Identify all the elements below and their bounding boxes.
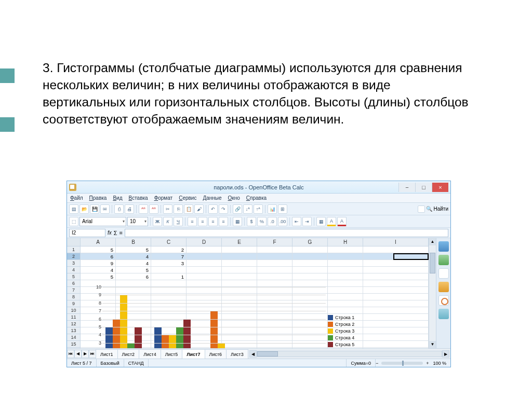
scroll-down-icon[interactable]: ▼ [429,341,436,348]
cell[interactable] [222,280,257,286]
sheet-tab[interactable]: Лист6 [205,349,227,359]
merge-icon[interactable]: ▦ [233,217,242,226]
col-header-F[interactable]: F [257,238,292,246]
cell[interactable]: 5 [116,267,151,273]
cell[interactable] [222,267,257,273]
chart-bar[interactable] [154,327,162,348]
align-right-icon[interactable]: ≡ [208,217,218,226]
italic-button[interactable]: К [163,217,172,226]
sort-asc-icon[interactable]: ↓ᴬ [243,204,252,214]
formula-input[interactable] [125,229,448,237]
horizontal-scrollbar[interactable]: ◀ ▶ [248,350,450,358]
print-icon[interactable]: 🖨 [125,204,134,214]
spell-auto-icon[interactable]: ᴬᴮ [149,204,158,214]
cell[interactable] [257,253,292,259]
cell[interactable] [292,280,328,286]
decimal-add-icon[interactable]: .0 [268,217,277,226]
cell[interactable] [363,334,429,340]
cell[interactable] [328,280,363,286]
cell[interactable] [328,253,363,259]
fx-button[interactable]: fx [108,230,112,236]
row-header[interactable]: 11 [67,314,81,321]
cell[interactable]: 6 [116,273,151,280]
cell[interactable] [187,267,222,273]
chart-bar[interactable] [127,343,135,348]
bold-button[interactable]: Ж [153,217,162,226]
currency-icon[interactable]: $ [247,217,256,226]
sidebar-properties-icon[interactable] [438,241,449,252]
embedded-bar-chart[interactable]: 012345678910 3 Строка 1Строка 2Строка 3С… [102,287,373,348]
cell[interactable] [363,280,429,286]
cell[interactable] [363,246,429,253]
cell[interactable] [363,267,429,273]
col-header-H[interactable]: H [328,238,363,246]
cell[interactable] [363,307,429,313]
chart-bar[interactable] [176,327,183,348]
cell[interactable] [116,280,151,286]
cell[interactable] [222,253,257,259]
chart-bar[interactable] [183,319,191,348]
border-icon[interactable]: ▦ [316,217,326,226]
row-header[interactable]: 7 [67,287,81,294]
row-header[interactable]: 3 [67,260,81,267]
cell[interactable] [363,260,429,266]
col-header-A[interactable]: A [81,238,116,246]
brush-icon[interactable]: 🖌 [194,204,204,214]
select-all-corner[interactable] [67,238,81,246]
save-icon[interactable]: 💾 [90,204,99,214]
sidebar-gallery-icon[interactable] [438,268,449,279]
cell[interactable] [363,294,429,300]
cell[interactable] [257,267,292,273]
cell[interactable] [292,253,328,259]
cell[interactable] [363,314,429,320]
find-label[interactable]: Найти [433,206,448,212]
row-header[interactable]: 5 [67,273,81,280]
sheet-tab[interactable]: Лист3 [226,349,248,359]
table-row[interactable]: 552 [81,246,429,253]
cell[interactable]: 6 [81,253,116,259]
sheet-tab[interactable]: Лист4 [139,349,161,359]
col-header-G[interactable]: G [292,238,328,246]
cell[interactable] [257,280,292,286]
cell[interactable] [222,260,257,266]
chart-bar[interactable] [135,327,142,348]
menu-Вставка[interactable]: Вставка [128,195,148,201]
menu-Сервис[interactable]: Сервис [179,195,196,201]
cell[interactable]: 4 [116,253,151,259]
cell[interactable] [187,246,222,253]
close-button[interactable]: × [432,183,448,192]
cell[interactable]: 5 [81,246,116,253]
new-icon[interactable]: ▤ [69,204,78,214]
vertical-scrollbar[interactable]: ▲ ▼ [429,238,436,348]
sheet-tab[interactable]: Лист2 [117,349,140,359]
titlebar[interactable]: пароли.ods - OpenOffice Beta Calc − □ × [67,181,450,194]
cell-reference-input[interactable]: I2 [69,229,105,237]
scroll-up-icon[interactable]: ▲ [429,238,436,245]
fontcolor-icon[interactable]: A [337,217,347,226]
link-icon[interactable]: 🔗 [233,204,242,214]
navigator-icon[interactable]: ⊞ [278,204,287,214]
cell[interactable]: 5 [81,273,116,280]
hscroll-thumb[interactable] [257,351,278,356]
cell[interactable] [328,246,363,253]
chart-bar[interactable] [169,335,176,348]
pdf-icon[interactable]: ⎙ [114,204,124,214]
sidebar-styles-icon[interactable] [438,255,449,265]
row-header[interactable]: 13 [67,327,81,334]
align-center-icon[interactable]: ≡ [198,217,207,226]
row-header[interactable]: 10 [67,307,81,314]
font-selector[interactable]: Arial [79,217,126,226]
styles-icon[interactable]: ⬚ [69,217,78,226]
table-row[interactable] [81,280,429,287]
row-header[interactable]: 1 [67,246,81,253]
row-header[interactable]: 14 [67,334,81,341]
menu-Окно[interactable]: Окно [228,195,240,201]
cell[interactable] [363,273,429,280]
menu-Справка[interactable]: Справка [246,195,267,201]
search-icon[interactable] [418,205,425,213]
menu-Формат[interactable]: Формат [154,195,173,201]
sidebar-functions-icon[interactable] [438,295,449,306]
menu-Вид[interactable]: Вид [113,195,122,201]
menu-Данные[interactable]: Данные [203,195,221,201]
row-header[interactable]: 12 [67,321,81,327]
